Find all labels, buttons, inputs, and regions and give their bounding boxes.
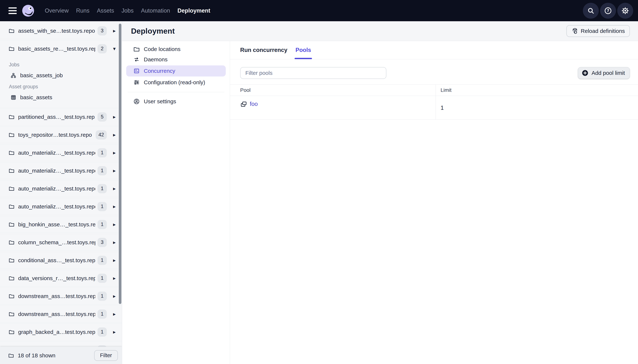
folder-icon: [9, 275, 15, 281]
folder-icon: [9, 114, 15, 120]
repo-name: auto_materializ…_test.toys.repo: [18, 168, 95, 174]
repo-list: assets_with_se…test.toys.repo 3 ▸ basic_…: [0, 21, 122, 358]
folder-icon: [9, 204, 15, 210]
repo-row[interactable]: auto_materializ…_test.toys.repo 1 ▸: [0, 180, 122, 197]
repo-name: basic_assets_re…_test.toys.rep: [18, 46, 95, 52]
repo-name: auto_materializ…_test.toys.repo: [18, 186, 95, 192]
filter-pools-input[interactable]: [240, 67, 386, 79]
chevron-right-icon[interactable]: ▸: [112, 168, 117, 174]
folder-icon: [9, 150, 15, 156]
folder-icon: [9, 329, 15, 335]
repo-count-badge: 1: [98, 148, 107, 158]
chevron-down-icon[interactable]: ▾: [112, 46, 117, 52]
search-button[interactable]: [583, 3, 599, 19]
concurrency-content: Run concurrency Pools Add pool limit Poo…: [230, 41, 638, 364]
nav-item-label: Daemons: [144, 56, 167, 63]
repo-count-badge: 1: [98, 328, 107, 337]
chevron-right-icon[interactable]: ▸: [112, 150, 117, 156]
plus-circle-icon: [581, 69, 589, 77]
repo-count-badge: 1: [98, 256, 107, 265]
reload-definitions-button[interactable]: Reload definitions: [566, 25, 630, 37]
sidebar-scrollbar[interactable]: [119, 24, 121, 304]
chevron-right-icon[interactable]: ▸: [112, 257, 117, 263]
nav-link-jobs[interactable]: Jobs: [122, 8, 134, 14]
repo-row[interactable]: auto_materializ…_test.toys.repo 1 ▸: [0, 198, 122, 215]
repo-count-badge: 1: [98, 202, 107, 211]
tab-run-concurrency[interactable]: Run concurrency: [240, 41, 287, 59]
repo-row[interactable]: conditional_ass…_test.toys.repo 1 ▸: [0, 252, 122, 269]
gear-icon: [621, 7, 629, 15]
chevron-right-icon[interactable]: ▸: [112, 239, 117, 246]
add-pool-limit-button[interactable]: Add pool limit: [578, 67, 630, 79]
dagster-logo-icon[interactable]: [22, 4, 35, 17]
nav-item-code-locations[interactable]: Code locations: [126, 44, 226, 54]
repo-row[interactable]: basic_assets_re…_test.toys.rep 2 ▾: [0, 40, 122, 57]
repo-row[interactable]: graph_backed_a…test.toys.repo 1 ▸: [0, 324, 122, 340]
deployment-nav: Code locations Daemons Concurrency Confi…: [122, 41, 230, 364]
repo-row[interactable]: big_honkin_asse…_test.toys.rep 1 ▸: [0, 216, 122, 233]
folder-icon: [9, 257, 15, 263]
chevron-right-icon[interactable]: ▸: [112, 28, 117, 34]
repo-count-badge: 1: [98, 274, 107, 283]
folder-icon: [9, 293, 15, 299]
pool-table-row: foo 1: [230, 96, 638, 120]
chevron-right-icon[interactable]: ▸: [112, 293, 117, 299]
chevron-right-icon[interactable]: ▸: [112, 186, 117, 192]
repo-name: partitioned_ass…_test.toys.rep: [18, 114, 95, 120]
settings-button[interactable]: [617, 3, 633, 19]
repo-row[interactable]: assets_with_se…test.toys.repo 3 ▸: [0, 22, 122, 39]
chevron-right-icon[interactable]: ▸: [112, 329, 117, 335]
chevron-right-icon[interactable]: ▸: [112, 221, 117, 228]
asset-groups-section-label: Asset groups: [0, 84, 122, 90]
repo-count-badge: 2: [98, 44, 107, 54]
repo-name: big_honkin_asse…_test.toys.rep: [18, 221, 95, 228]
nav-item-label: Concurrency: [144, 68, 175, 74]
nav-link-runs[interactable]: Runs: [76, 8, 89, 14]
repo-row[interactable]: partitioned_ass…_test.toys.rep 5 ▸: [0, 108, 122, 125]
nav-item-daemons[interactable]: Daemons: [126, 54, 226, 65]
tab-pools[interactable]: Pools: [296, 41, 311, 59]
nav-item-concurrency[interactable]: Concurrency: [126, 66, 226, 76]
chevron-right-icon[interactable]: ▸: [112, 275, 117, 281]
asset-group-item[interactable]: basic_assets: [0, 92, 122, 102]
repo-name: downstream_ass…test.toys.rep: [18, 311, 95, 317]
folder-icon: [8, 352, 14, 358]
pools-table: Pool Limit foo 1: [230, 84, 638, 120]
job-item[interactable]: basic_assets_job: [0, 70, 122, 80]
repo-row[interactable]: downstream_ass…test.toys.rep 1 ▸: [0, 306, 122, 322]
nav-item-label: User settings: [144, 98, 176, 104]
repo-count-badge: 3: [98, 238, 107, 247]
repo-row[interactable]: auto_materializ…_test.toys.repo 1 ▸: [0, 144, 122, 161]
help-button[interactable]: [600, 3, 616, 19]
chevron-right-icon[interactable]: ▸: [112, 132, 117, 138]
filter-button[interactable]: Filter: [94, 350, 118, 361]
nav-link-overview[interactable]: Overview: [45, 8, 69, 14]
repo-row[interactable]: data_versions_r…_test.toys.rep 1 ▸: [0, 270, 122, 286]
pool-link[interactable]: foo: [250, 101, 258, 107]
job-name: basic_assets_job: [20, 72, 63, 78]
repo-name: conditional_ass…_test.toys.repo: [18, 257, 95, 264]
job-icon: [10, 72, 17, 78]
nav-link-automation[interactable]: Automation: [141, 8, 170, 14]
repo-row[interactable]: downstream_ass…test.toys.rep 1 ▸: [0, 288, 122, 304]
nav-link-assets[interactable]: Assets: [97, 8, 114, 14]
repo-row[interactable]: toys_repositor…test.toys.repo 42 ▸: [0, 126, 122, 143]
concurrency-tabs: Run concurrency Pools: [230, 41, 638, 59]
asset-group-name: basic_assets: [20, 94, 52, 100]
chevron-right-icon[interactable]: ▸: [112, 204, 117, 210]
top-nav-actions: [583, 3, 633, 19]
hamburger-menu-icon[interactable]: [9, 7, 17, 15]
pool-layers-icon: [240, 101, 247, 108]
repo-count-badge: 1: [98, 166, 107, 175]
repo-count-summary: 18 of 18 shown: [18, 352, 94, 359]
nav-link-deployment[interactable]: Deployment: [177, 8, 210, 14]
column-header-pool: Pool: [230, 85, 436, 96]
chevron-right-icon[interactable]: ▸: [112, 114, 117, 120]
repo-row[interactable]: auto_materializ…_test.toys.repo 1 ▸: [0, 162, 122, 179]
reload-definitions-icon: [571, 28, 578, 34]
nav-item-user-settings[interactable]: User settings: [126, 96, 226, 106]
chevron-right-icon[interactable]: ▸: [112, 311, 117, 317]
repo-name: auto_materializ…_test.toys.repo: [18, 204, 95, 210]
nav-item-configuration[interactable]: Configuration (read-only): [126, 77, 226, 88]
repo-row[interactable]: column_schema_…test.toys.rep 3 ▸: [0, 234, 122, 251]
